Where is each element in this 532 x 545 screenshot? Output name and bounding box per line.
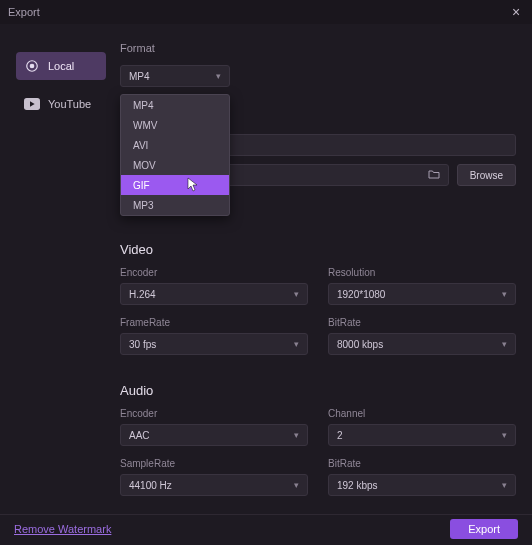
audio-bitrate-label: BitRate <box>328 458 516 469</box>
format-option-wmv[interactable]: WMV <box>121 115 229 135</box>
audio-encoder-label: Encoder <box>120 408 308 419</box>
audio-bitrate-field: BitRate 192 kbps ▾ <box>328 458 516 496</box>
main-panel: Format MP4 ▾ MP4 WMV AVI MOV GIF <box>120 42 516 514</box>
youtube-icon <box>24 97 40 111</box>
video-encoder-select[interactable]: H.264 ▾ <box>120 283 308 305</box>
video-framerate-label: FrameRate <box>120 317 308 328</box>
video-bitrate-label: BitRate <box>328 317 516 328</box>
chevron-down-icon: ▾ <box>502 339 507 349</box>
format-option-mp3[interactable]: MP3 <box>121 195 229 215</box>
disk-icon <box>24 59 40 73</box>
audio-bitrate-select[interactable]: 192 kbps ▾ <box>328 474 516 496</box>
chevron-down-icon: ▾ <box>294 339 299 349</box>
sidebar-item-youtube[interactable]: YouTube <box>16 90 106 118</box>
browse-button[interactable]: Browse <box>457 164 516 186</box>
chevron-down-icon: ▾ <box>294 289 299 299</box>
audio-samplerate-label: SampleRate <box>120 458 308 469</box>
video-framerate-select[interactable]: 30 fps ▾ <box>120 333 308 355</box>
format-field: Format MP4 ▾ MP4 WMV AVI MOV GIF <box>120 42 230 94</box>
video-heading: Video <box>120 242 516 257</box>
video-resolution-label: Resolution <box>328 267 516 278</box>
format-label: Format <box>120 42 230 54</box>
dialog-body: Local YouTube Format MP4 ▾ MP4 WMV AVI M… <box>0 24 532 514</box>
audio-samplerate-field: SampleRate 44100 Hz ▾ <box>120 458 308 496</box>
audio-channel-select[interactable]: 2 ▾ <box>328 424 516 446</box>
video-bitrate-select[interactable]: 8000 kbps ▾ <box>328 333 516 355</box>
format-option-avi[interactable]: AVI <box>121 135 229 155</box>
titlebar: Export × <box>0 0 532 24</box>
sidebar-item-local[interactable]: Local <box>16 52 106 80</box>
audio-encoder-select[interactable]: AAC ▾ <box>120 424 308 446</box>
audio-channel-label: Channel <box>328 408 516 419</box>
format-option-mp4[interactable]: MP4 <box>121 95 229 115</box>
remove-watermark-link[interactable]: Remove Watermark <box>14 523 111 535</box>
chevron-down-icon: ▾ <box>502 289 507 299</box>
video-bitrate-field: BitRate 8000 kbps ▾ <box>328 317 516 355</box>
audio-channel-field: Channel 2 ▾ <box>328 408 516 446</box>
chevron-down-icon: ▾ <box>294 430 299 440</box>
audio-heading: Audio <box>120 383 516 398</box>
sidebar-item-label: YouTube <box>48 98 91 110</box>
format-option-gif[interactable]: GIF <box>121 175 229 195</box>
sidebar-item-label: Local <box>48 60 74 72</box>
video-encoder-label: Encoder <box>120 267 308 278</box>
cursor-icon <box>187 177 199 196</box>
format-dropdown: MP4 WMV AVI MOV GIF MP3 <box>120 94 230 216</box>
chevron-down-icon: ▾ <box>502 430 507 440</box>
sidebar: Local YouTube <box>16 42 106 514</box>
video-encoder-field: Encoder H.264 ▾ <box>120 267 308 305</box>
format-selected-value: MP4 <box>129 71 150 82</box>
footer: Remove Watermark Export <box>0 514 532 542</box>
audio-encoder-field: Encoder AAC ▾ <box>120 408 308 446</box>
video-resolution-field: Resolution 1920*1080 ▾ <box>328 267 516 305</box>
export-button[interactable]: Export <box>450 519 518 539</box>
folder-icon <box>428 169 440 181</box>
chevron-down-icon: ▾ <box>502 480 507 490</box>
format-select[interactable]: MP4 ▾ <box>120 65 230 87</box>
video-framerate-field: FrameRate 30 fps ▾ <box>120 317 308 355</box>
window-title: Export <box>8 6 508 18</box>
svg-point-1 <box>30 64 34 68</box>
chevron-down-icon: ▾ <box>294 480 299 490</box>
close-icon[interactable]: × <box>508 4 524 20</box>
audio-samplerate-select[interactable]: 44100 Hz ▾ <box>120 474 308 496</box>
chevron-down-icon: ▾ <box>216 71 221 81</box>
format-option-mov[interactable]: MOV <box>121 155 229 175</box>
video-resolution-select[interactable]: 1920*1080 ▾ <box>328 283 516 305</box>
